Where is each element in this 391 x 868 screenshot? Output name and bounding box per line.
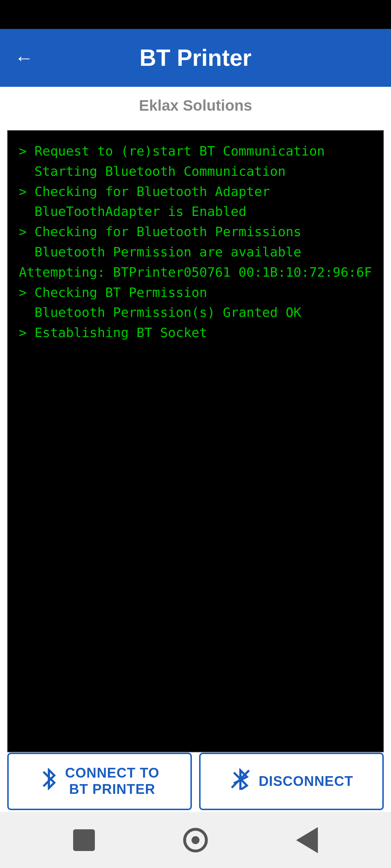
page-title: BT Printer xyxy=(139,44,251,71)
disconnect-button[interactable]: DISCONNECT xyxy=(199,753,384,810)
bottom-button-bar: CONNECT TOBT PRINTER DISCONNECT xyxy=(0,753,391,810)
console-line-5: > Checking for Bluetooth Permissions xyxy=(19,222,372,242)
console-line-4: BlueToothAdapter is Enabled xyxy=(19,201,372,222)
console-line-7: Attempting: BTPrinter050761 00:1B:10:72:… xyxy=(19,262,372,282)
console-line-10: > Establishing BT Socket xyxy=(19,323,372,343)
connect-button[interactable]: CONNECT TOBT PRINTER xyxy=(7,753,192,810)
status-bar xyxy=(0,0,391,29)
back-button[interactable]: ← xyxy=(14,47,33,69)
subtitle-bar: Eklax Solutions xyxy=(0,87,391,124)
bluetooth-icon xyxy=(40,768,58,795)
nav-home-icon[interactable] xyxy=(183,828,208,852)
console-output: > Request to (re)start BT Communication … xyxy=(7,130,384,752)
app-header: ← BT Printer xyxy=(0,29,391,87)
console-line-1: > Request to (re)start BT Communication xyxy=(19,141,372,161)
console-line-2: Starting Bluetooth Communication xyxy=(19,161,372,182)
console-line-9: Bluetooth Permission(s) Granted OK xyxy=(19,302,372,323)
nav-back-icon[interactable] xyxy=(296,827,318,853)
connect-button-label: CONNECT TOBT PRINTER xyxy=(65,765,160,798)
subtitle-text: Eklax Solutions xyxy=(139,97,252,114)
nav-square-icon[interactable] xyxy=(73,829,95,851)
console-line-8: > Checking BT Permission xyxy=(19,282,372,303)
bluetooth-off-icon xyxy=(230,768,251,795)
disconnect-button-label: DISCONNECT xyxy=(258,773,353,790)
nav-bar xyxy=(0,812,391,868)
console-line-6: Bluetooth Permission are available xyxy=(19,242,372,262)
console-line-3: > Checking for Bluetooth Adapter xyxy=(19,182,372,202)
